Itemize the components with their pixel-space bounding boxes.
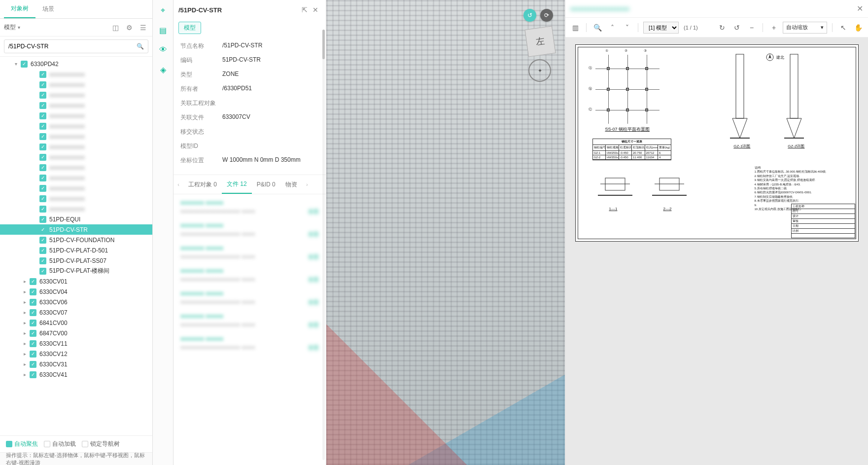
checkbox-icon[interactable]: ✓ bbox=[39, 164, 46, 171]
tree-item[interactable]: ✓xxxxxxxxxxxx bbox=[0, 90, 152, 100]
checkbox-icon[interactable]: ✓ bbox=[39, 185, 46, 192]
file-list[interactable]: xxxxxxxx xxxxxxxxxxxxxxxxxxxxxxxxxxxx xx… bbox=[174, 194, 326, 465]
eye-icon[interactable]: 👁 bbox=[158, 44, 169, 55]
rotate-ccw-icon[interactable]: ↺ bbox=[731, 22, 743, 34]
search-icon[interactable]: 🔍 bbox=[591, 22, 603, 34]
tree-item[interactable]: ✓xxxxxxxxxxxx bbox=[0, 100, 152, 110]
subtab-files[interactable]: 文件 12 bbox=[222, 175, 252, 194]
checkbox-icon[interactable]: ✓ bbox=[39, 195, 46, 202]
hand-icon[interactable]: ✋ bbox=[852, 22, 864, 34]
gear-icon[interactable]: ⚙ bbox=[124, 22, 135, 33]
object-tree[interactable]: ▾ ✓ 6330PD42 ✓xxxxxxxxxxxx✓xxxxxxxxxxxx✓… bbox=[0, 57, 152, 435]
opt-autofocus[interactable]: 自动聚焦 bbox=[6, 440, 38, 448]
rotate-cw-icon[interactable]: ↻ bbox=[716, 22, 728, 34]
file-item[interactable]: xxxxxxxx xxxxxxxxxxxxxxxxxxxxxxxxxxxx xx… bbox=[180, 290, 319, 305]
checkbox-icon[interactable]: ✓ bbox=[39, 257, 46, 264]
pointer-icon[interactable]: ↖ bbox=[837, 22, 849, 34]
opt-locktree[interactable]: 锁定导航树 bbox=[82, 440, 120, 448]
checkbox-icon[interactable]: ✓ bbox=[39, 123, 46, 130]
search-input[interactable] bbox=[8, 43, 137, 50]
file-item[interactable]: xxxxxxxx xxxxxxxxxxxxxxxxxxxxxxxxxxxx xx… bbox=[180, 245, 319, 259]
checkbox-icon[interactable]: ✓ bbox=[30, 361, 36, 368]
locate-icon[interactable]: ⌖ bbox=[158, 5, 169, 16]
checkbox-icon[interactable]: ✓ bbox=[30, 320, 36, 326]
sheets-icon[interactable]: ▥ bbox=[569, 22, 581, 34]
opt-autoload[interactable]: 自动加载 bbox=[44, 440, 76, 448]
close-icon[interactable]: ✕ bbox=[857, 4, 863, 13]
checkbox-icon[interactable]: ✓ bbox=[39, 71, 46, 78]
viewport-action-1[interactable]: ↺ bbox=[523, 9, 536, 22]
zoom-in-icon[interactable]: + bbox=[768, 22, 780, 34]
compass-icon[interactable]: ✦ bbox=[528, 59, 551, 82]
tree-item[interactable]: ✓xxxxxxxxxxxx bbox=[0, 121, 152, 131]
list-icon[interactable]: ▤ bbox=[158, 25, 169, 36]
file-item[interactable]: xxxxxxxx xxxxxxxxxxxxxxxxxxxxxxxxxxxx xx… bbox=[180, 313, 319, 327]
checkbox-icon[interactable]: ✓ bbox=[39, 216, 46, 223]
tree-item[interactable]: ✓xxxxxxxxxxxx bbox=[0, 204, 152, 214]
tree-item[interactable]: ✓xxxxxxxxxxxx bbox=[0, 173, 152, 183]
up-icon[interactable]: ˄ bbox=[606, 22, 618, 34]
checkbox-icon[interactable]: ✓ bbox=[39, 206, 46, 213]
tree-item[interactable]: ✓xxxxxxxxxxxx bbox=[0, 131, 152, 142]
file-item[interactable]: xxxxxxxx xxxxxxxxxxxxxxxxxxxxxxxxxxxx xx… bbox=[180, 222, 319, 237]
close-icon[interactable]: ✕ bbox=[310, 6, 321, 14]
tab-object-tree[interactable]: 对象树 bbox=[4, 0, 35, 18]
checkbox-icon[interactable]: ✓ bbox=[39, 175, 46, 181]
tree-item[interactable]: ✓51PD-CV-PLAT-楼梯间 bbox=[0, 266, 152, 276]
tag-icon[interactable]: ◈ bbox=[158, 64, 169, 75]
checkbox-icon[interactable]: ✓ bbox=[39, 81, 46, 88]
checkbox-icon[interactable]: ✓ bbox=[30, 288, 36, 295]
checkbox-icon[interactable]: ✓ bbox=[30, 278, 36, 285]
tree-item[interactable]: ▸✓6330CV12 bbox=[0, 349, 152, 359]
subtab-engobj[interactable]: 工程对象 0 bbox=[183, 175, 222, 194]
list-icon[interactable]: ☰ bbox=[138, 22, 148, 33]
tree-item[interactable]: ✓xxxxxxxxxxxx bbox=[0, 110, 152, 121]
type-chip[interactable]: 模型 bbox=[178, 22, 201, 34]
checkbox-icon[interactable]: ✓ bbox=[21, 61, 28, 68]
subtab-material[interactable]: 物资 bbox=[280, 175, 302, 194]
checkbox-icon[interactable]: ✓ bbox=[39, 247, 46, 254]
checkbox-icon[interactable]: ✓ bbox=[39, 133, 46, 140]
tree-item[interactable]: ✓51PD-CV-PLAT-D-501 bbox=[0, 245, 152, 255]
tab-scene[interactable]: 场景 bbox=[35, 0, 61, 18]
file-item[interactable]: xxxxxxxx xxxxxxxxxxxxxxxxxxxxxxxxxxxx xx… bbox=[180, 199, 319, 214]
subtab-pid[interactable]: P&ID 0 bbox=[252, 175, 280, 194]
tree-item[interactable]: ✓xxxxxxxxxxxx bbox=[0, 69, 152, 79]
tab-arrow-left[interactable]: ‹ bbox=[174, 181, 183, 187]
model-select[interactable]: [1] 模型 bbox=[643, 22, 679, 34]
tree-item[interactable]: ▾ ✓ 6330PD42 bbox=[0, 59, 152, 69]
checkbox-icon[interactable]: ✓ bbox=[39, 102, 46, 109]
tree-item[interactable]: ▸✓6330CV11 bbox=[0, 338, 152, 349]
checkbox-icon[interactable]: ✓ bbox=[39, 143, 46, 150]
search-icon[interactable]: 🔍 bbox=[137, 43, 144, 50]
tree-item[interactable]: ▸✓6841CV00 bbox=[0, 318, 152, 328]
drawing-canvas[interactable]: 建北 Ⓐ Ⓑ Ⓒ ① ② ③ bbox=[565, 37, 868, 465]
tree-item[interactable]: ✓xxxxxxxxxxxx bbox=[0, 193, 152, 204]
down-icon[interactable]: ˅ bbox=[621, 22, 633, 34]
cube-icon[interactable]: ◫ bbox=[110, 22, 121, 33]
tree-item[interactable]: ✓xxxxxxxxxxxx bbox=[0, 162, 152, 173]
tab-arrow-right[interactable]: › bbox=[302, 181, 312, 187]
nav-cube[interactable]: 左 bbox=[524, 26, 556, 57]
tree-item[interactable]: ▸✓6330CV31 bbox=[0, 359, 152, 369]
tree-item[interactable]: ✓xxxxxxxxxxxx bbox=[0, 183, 152, 193]
file-item[interactable]: xxxxxxxx xxxxxxxxxxxxxxxxxxxxxxxxxxxx xx… bbox=[180, 335, 319, 350]
tree-item[interactable]: ✓51PD-EQUI bbox=[0, 214, 152, 224]
checkbox-icon[interactable]: ✓ bbox=[30, 340, 36, 347]
tree-item[interactable]: ▸✓6330CV06 bbox=[0, 297, 152, 307]
checkbox-icon[interactable]: ✓ bbox=[30, 309, 36, 316]
checkbox-icon[interactable]: ✓ bbox=[39, 154, 46, 161]
3d-viewport[interactable]: ↺ ⟳ 左 ✦ bbox=[326, 0, 565, 465]
checkbox-icon[interactable]: ✓ bbox=[30, 330, 36, 337]
tree-item[interactable]: ✓xxxxxxxxxxxx bbox=[0, 152, 152, 162]
file-item[interactable]: xxxxxxxx xxxxxxxxxxxxxxxxxxxxxxxxxxxx xx… bbox=[180, 267, 319, 282]
expand-icon[interactable]: ⇱ bbox=[299, 6, 310, 14]
viewport-action-2[interactable]: ⟳ bbox=[540, 9, 553, 22]
checkbox-icon[interactable]: ✓ bbox=[39, 237, 46, 244]
tree-item[interactable]: ✓xxxxxxxxxxxx bbox=[0, 142, 152, 152]
tree-item[interactable]: ✓xxxxxxxxxxxx bbox=[0, 79, 152, 90]
tree-item[interactable]: ▸✓6847CV00 bbox=[0, 328, 152, 338]
tree-item[interactable]: ✓51PD-CV-PLAT-SS07 bbox=[0, 255, 152, 266]
model-dropdown[interactable]: 模型 ▾ bbox=[4, 23, 20, 32]
checkbox-icon[interactable]: ✓ bbox=[30, 351, 36, 358]
